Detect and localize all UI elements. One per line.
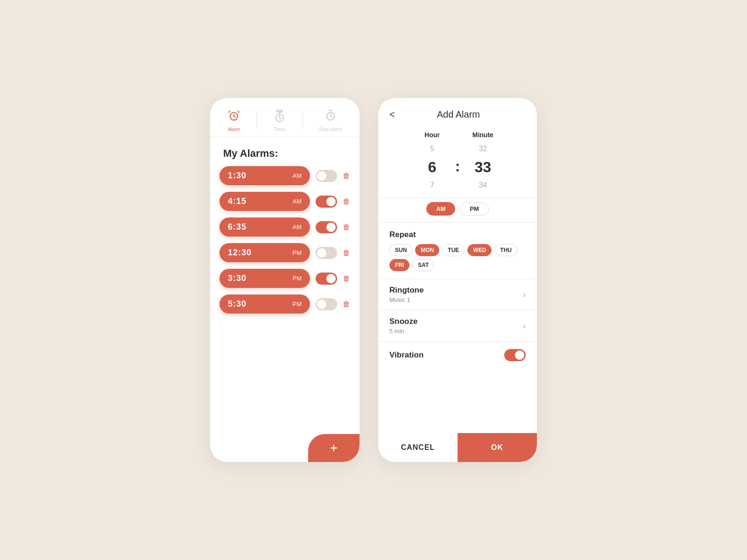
- alarm-pill-4[interactable]: 12:30 PM: [219, 243, 310, 262]
- alarm-period-4: PM: [293, 249, 302, 256]
- alarm-pill-6[interactable]: 5:30 PM: [219, 294, 310, 314]
- alarm-period-5: PM: [293, 275, 302, 282]
- snooze-subtitle: 5 min: [389, 328, 417, 335]
- snooze-title: Snooze: [389, 317, 417, 326]
- ringtone-title: Ringtone: [389, 286, 424, 295]
- add-alarm-title: Add Alarm: [402, 109, 526, 120]
- alarm-toggle-3[interactable]: [316, 221, 337, 233]
- alarm-pill-3[interactable]: 6:35 AM: [219, 217, 310, 237]
- minute-next[interactable]: 34: [479, 181, 487, 190]
- vibration-toggle-knob: [515, 350, 524, 360]
- alarm-time-2: 4:15: [228, 196, 247, 206]
- alarm-pill-2[interactable]: 4:15 AM: [219, 192, 310, 211]
- cancel-button[interactable]: CANCEL: [378, 433, 458, 462]
- ampm-row: AM PM: [378, 202, 537, 223]
- ringtone-row[interactable]: Ringtone Music 1 ›: [378, 279, 537, 310]
- am-button[interactable]: AM: [426, 202, 455, 216]
- vibration-title: Vibration: [389, 350, 423, 360]
- time-colon: :: [453, 158, 462, 175]
- alarms-list: 1:30 AM 🗑 4:15 AM 🗑 6:35 AM: [210, 166, 359, 425]
- toggle-knob-2: [326, 197, 336, 206]
- alarm-toggle-4[interactable]: [316, 247, 337, 259]
- delete-alarm-6[interactable]: 🗑: [343, 300, 350, 308]
- ringtone-subtitle: Music 1: [389, 296, 424, 303]
- nav-alarm[interactable]: Alarm: [227, 109, 240, 132]
- snooze-chevron-icon: ›: [523, 321, 526, 331]
- alarm-time-6: 5:30: [228, 299, 247, 309]
- day-thu[interactable]: THU: [494, 244, 517, 256]
- ringtone-chevron-icon: ›: [523, 290, 526, 300]
- nav-timer-label: Timer: [274, 127, 286, 132]
- nav-alarm-label: Alarm: [228, 127, 240, 132]
- nav-timer[interactable]: Timer: [273, 109, 286, 132]
- alarm-row: 4:15 AM 🗑: [219, 192, 350, 211]
- delete-alarm-4[interactable]: 🗑: [343, 249, 350, 257]
- day-wed[interactable]: WED: [467, 244, 492, 256]
- alarm-toggle-1[interactable]: [316, 170, 337, 182]
- bottom-buttons: CANCEL OK: [378, 433, 537, 462]
- alarm-row: 6:35 AM 🗑: [219, 217, 350, 237]
- toggle-knob-1: [317, 171, 326, 181]
- nav-divider-1: [257, 112, 257, 129]
- alarm-time-4: 12:30: [228, 248, 252, 258]
- nav-stopwatch[interactable]: Stop watch: [319, 109, 342, 132]
- ok-button[interactable]: OK: [458, 433, 537, 462]
- delete-alarm-3[interactable]: 🗑: [343, 223, 350, 231]
- vibration-toggle[interactable]: [504, 349, 526, 361]
- hour-label: Hour: [424, 131, 440, 139]
- nav-stopwatch-label: Stop watch: [319, 127, 342, 132]
- alarm-toggle-5[interactable]: [316, 273, 337, 285]
- days-row: SUN MON TUE WED THU FRI SAT: [389, 244, 526, 271]
- repeat-section: Repeat SUN MON TUE WED THU FRI SAT: [378, 223, 537, 279]
- alarm-period-3: AM: [293, 224, 302, 231]
- hour-current[interactable]: 6: [428, 158, 437, 177]
- alarm-pill-1[interactable]: 1:30 AM: [219, 166, 310, 185]
- hour-column: Hour 5 6 7: [411, 131, 453, 190]
- svg-rect-1: [277, 110, 282, 112]
- add-alarm-button[interactable]: +: [308, 434, 359, 462]
- alarm-row: 12:30 PM 🗑: [219, 243, 350, 262]
- add-btn-wrap: +: [210, 425, 359, 462]
- day-sun[interactable]: SUN: [389, 244, 412, 256]
- snooze-row[interactable]: Snooze 5 min ›: [378, 310, 537, 342]
- snooze-info: Snooze 5 min: [389, 317, 417, 335]
- day-tue[interactable]: TUE: [442, 244, 465, 256]
- alarm-period-2: AM: [293, 198, 302, 205]
- hour-next[interactable]: 7: [430, 181, 434, 190]
- stopwatch-icon: [324, 109, 337, 125]
- nav-bar: Alarm Timer: [210, 98, 359, 137]
- alarm-clock-icon: [227, 109, 240, 125]
- toggle-knob-6: [317, 300, 326, 309]
- delete-alarm-1[interactable]: 🗑: [343, 172, 350, 180]
- minute-prev[interactable]: 32: [479, 144, 487, 154]
- spacer: [378, 369, 537, 433]
- alarm-toggle-6[interactable]: [316, 298, 337, 310]
- delete-alarm-5[interactable]: 🗑: [343, 274, 350, 283]
- back-button[interactable]: <: [389, 109, 395, 120]
- toggle-knob-3: [326, 223, 336, 232]
- pm-button[interactable]: PM: [460, 202, 489, 216]
- hour-prev[interactable]: 5: [430, 144, 434, 154]
- minute-column: Minute 32 33 34: [462, 131, 504, 190]
- day-fri[interactable]: FRI: [389, 259, 409, 271]
- alarm-row: 3:30 PM 🗑: [219, 269, 350, 288]
- alarms-title: My Alarms:: [210, 137, 359, 166]
- timer-icon: [273, 109, 286, 125]
- alarm-row: 5:30 PM 🗑: [219, 294, 350, 314]
- alarm-pill-5[interactable]: 3:30 PM: [219, 269, 310, 288]
- alarm-time-5: 3:30: [228, 273, 247, 283]
- alarm-time-3: 6:35: [228, 222, 247, 232]
- toggle-knob-5: [326, 274, 336, 283]
- day-mon[interactable]: MON: [415, 244, 439, 256]
- day-sat[interactable]: SAT: [412, 259, 434, 271]
- minute-label: Minute: [472, 131, 493, 139]
- minute-current[interactable]: 33: [475, 158, 492, 177]
- alarm-list-screen: Alarm Timer: [210, 98, 359, 462]
- time-picker: Hour 5 6 7 : Minute 32 33 34: [378, 127, 537, 198]
- alarm-period-1: AM: [293, 172, 302, 179]
- delete-alarm-2[interactable]: 🗑: [343, 197, 350, 206]
- alarm-row: 1:30 AM 🗑: [219, 166, 350, 185]
- toggle-knob-4: [317, 248, 326, 258]
- nav-divider-2: [303, 112, 303, 129]
- alarm-toggle-2[interactable]: [316, 196, 337, 208]
